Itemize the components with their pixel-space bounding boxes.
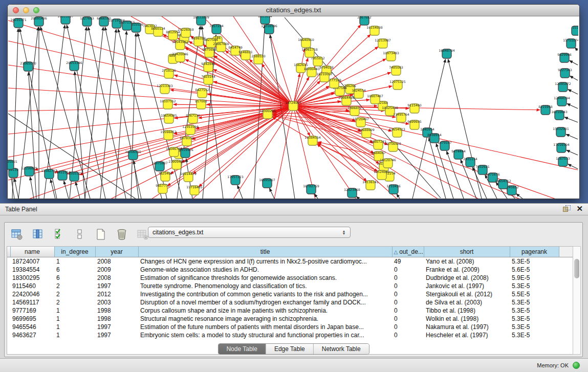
column-header-out_degree[interactable]: △out_de...: [392, 247, 424, 257]
table-cell[interactable]: 9699695: [10, 315, 54, 323]
column-header-name[interactable]: name: [10, 247, 54, 257]
scrollbar-thumb[interactable]: [574, 259, 579, 278]
network-view-window[interactable]: citations_edges.txt 54615129896391396216…: [7, 4, 580, 199]
table-cell[interactable]: 2003: [95, 298, 138, 307]
table-row[interactable]: 977716911998Corpus callosum shape and si…: [7, 307, 574, 315]
table-cell[interactable]: 5.3E-5: [510, 315, 559, 323]
table-row[interactable]: 911546021997Tourette syndrome. Phenomeno…: [7, 282, 574, 290]
table-cell[interactable]: 5.3E-5: [510, 282, 559, 290]
table-cell[interactable]: 5.5E-5: [510, 290, 559, 298]
table-cell[interactable]: 0: [392, 331, 424, 339]
table-cell[interactable]: Wolkin et al. (1998): [424, 315, 510, 323]
node-table[interactable]: namein_degreeyeartitle△out_de...shortpag…: [7, 246, 574, 355]
table-cell[interactable]: 9463627: [10, 331, 54, 339]
table-cell[interactable]: 18724007: [10, 257, 54, 266]
table-cell[interactable]: 0: [392, 274, 424, 282]
table-cell[interactable]: Dudbridge et al. (2008): [424, 274, 510, 282]
table-cell[interactable]: 5.3E-5: [510, 307, 559, 315]
column-header-short[interactable]: short: [424, 247, 510, 257]
table-row[interactable]: 969969511998Structural magnetic resonanc…: [7, 315, 574, 323]
table-cell[interactable]: 2: [54, 290, 95, 298]
network-canvas[interactable]: 5461512989639139621602522547462668170031…: [8, 16, 578, 199]
table-selector-dropdown[interactable]: citations_edges.txt ▲▼: [148, 227, 351, 238]
table-cell[interactable]: 1: [54, 307, 95, 315]
column-header-title[interactable]: title: [138, 247, 392, 257]
table-row[interactable]: 946362711997Embryonic stem cells: a mode…: [7, 331, 574, 339]
table-row[interactable]: 2242004622012Investigating the contribut…: [7, 290, 574, 298]
table-cell[interactable]: Embryonic stem cells: a model to study s…: [138, 331, 392, 339]
table-cell[interactable]: 5.3E-5: [510, 257, 559, 266]
new-table-icon[interactable]: [94, 227, 108, 242]
table-cell[interactable]: 9115460: [10, 282, 54, 290]
float-panel-icon[interactable]: [563, 205, 570, 212]
table-cell[interactable]: 5.9E-5: [510, 274, 559, 282]
table-cell[interactable]: 1998: [95, 307, 138, 315]
memory-status-indicator[interactable]: [573, 362, 580, 369]
tab-node-table[interactable]: Node Table: [218, 344, 266, 354]
table-cell[interactable]: 1997: [95, 282, 138, 290]
table-cell[interactable]: Stergiakouli et al. (2012): [424, 290, 510, 298]
table-row[interactable]: 1830029562008Estimation of significance …: [7, 274, 574, 282]
table-cell[interactable]: 2012: [95, 290, 138, 298]
table-cell[interactable]: 5.6E-5: [510, 266, 559, 274]
table-cell[interactable]: Changes of HCN gene expression and I(f) …: [138, 257, 392, 266]
table-cell[interactable]: 0: [392, 307, 424, 315]
table-cell[interactable]: Franke et al. (2009): [424, 266, 510, 274]
table-cell[interactable]: Yano et al. (2008): [424, 257, 510, 266]
table-settings-icon[interactable]: [10, 227, 24, 242]
table-vertical-scrollbar[interactable]: [573, 246, 581, 355]
table-cell[interactable]: 2: [54, 282, 95, 290]
table-cell[interactable]: 5.3E-5: [510, 331, 559, 339]
table-cell[interactable]: 2008: [95, 274, 138, 282]
citation-network-graph[interactable]: 5461512989639139621602522547462668170031…: [8, 16, 578, 199]
column-header-pagerank[interactable]: pagerank: [510, 247, 559, 257]
clear-selection-icon[interactable]: [73, 227, 87, 242]
table-cell[interactable]: 6: [54, 266, 95, 274]
table-row[interactable]: 1938455462009Genome-wide association stu…: [7, 266, 574, 274]
table-cell[interactable]: 0: [392, 323, 424, 331]
table-cell[interactable]: Genome-wide association studies in ADHD.: [138, 266, 392, 274]
table-cell[interactable]: Structural magnetic resonance image aver…: [138, 315, 392, 323]
table-cell[interactable]: 0: [392, 315, 424, 323]
table-cell[interactable]: 1: [54, 257, 95, 266]
table-cell[interactable]: Tourette syndrome. Phenomenology and cla…: [138, 282, 392, 290]
table-cell[interactable]: 22420046: [10, 290, 54, 298]
tab-edge-table[interactable]: Edge Table: [266, 344, 314, 354]
tab-network-table[interactable]: Network Table: [314, 344, 369, 354]
table-cell[interactable]: 9465546: [10, 323, 54, 331]
table-cell[interactable]: 1997: [95, 323, 138, 331]
table-row[interactable]: 946554611997Estimation of the future num…: [7, 323, 574, 331]
table-cell[interactable]: 2008: [95, 257, 138, 266]
column-header-in_degree[interactable]: in_degree: [54, 247, 95, 257]
column-header-year[interactable]: year: [95, 247, 138, 257]
table-cell[interactable]: 5.3E-5: [510, 298, 559, 307]
table-cell[interactable]: 5.3E-5: [510, 323, 559, 331]
table-cell[interactable]: de Silva et al. (2003): [424, 298, 510, 307]
table-cell[interactable]: Estimation of significance thresholds fo…: [138, 274, 392, 282]
table-cell[interactable]: Investigating the contribution of common…: [138, 290, 392, 298]
table-cell[interactable]: 1998: [95, 315, 138, 323]
table-cell[interactable]: 2009: [95, 266, 138, 274]
table-cell[interactable]: 0: [392, 266, 424, 274]
close-panel-icon[interactable]: ✕: [576, 205, 583, 212]
table-row[interactable]: 1456911722003Disruption of a novel membe…: [7, 298, 574, 307]
table-cell[interactable]: 0: [392, 290, 424, 298]
table-cell[interactable]: 1: [54, 323, 95, 331]
table-cell[interactable]: Corpus callosum shape and size in male p…: [138, 307, 392, 315]
table-cell[interactable]: 9777169: [10, 307, 54, 315]
table-cell[interactable]: 1: [54, 331, 95, 339]
table-cell[interactable]: 19384554: [10, 266, 54, 274]
table-cell[interactable]: Disruption of a novel member of a sodium…: [138, 298, 392, 307]
table-cell[interactable]: 6: [54, 274, 95, 282]
table-cell[interactable]: Jankovic et al. (1997): [424, 282, 510, 290]
table-cell[interactable]: 1997: [95, 331, 138, 339]
table-cell[interactable]: 2: [54, 298, 95, 307]
table-cell[interactable]: Nakamura et al. (1997): [424, 323, 510, 331]
show-column-icon[interactable]: [31, 227, 45, 242]
table-cell[interactable]: 0: [392, 282, 424, 290]
table-cell[interactable]: 14569117: [10, 298, 54, 307]
window-titlebar[interactable]: citations_edges.txt: [8, 5, 579, 16]
table-cell[interactable]: 18300295: [10, 274, 54, 282]
table-cell[interactable]: 1: [54, 315, 95, 323]
table-cell[interactable]: 49: [392, 257, 424, 266]
